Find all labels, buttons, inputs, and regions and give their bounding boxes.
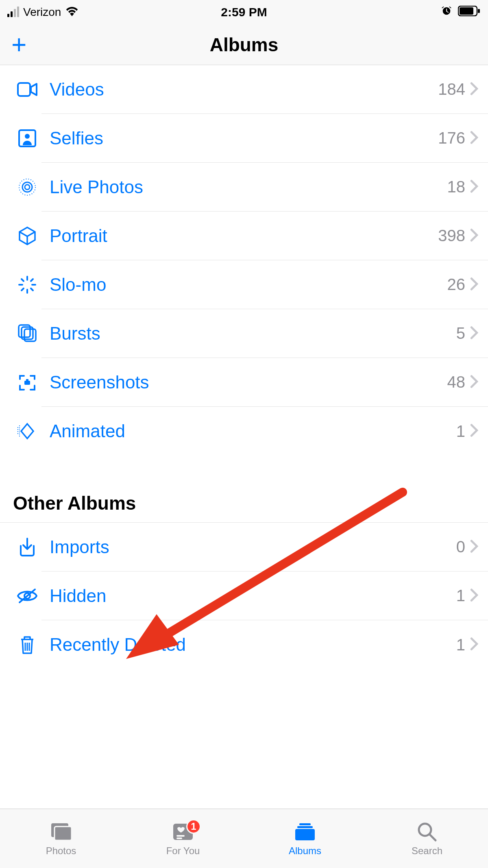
chevron-right-icon — [470, 179, 478, 195]
album-count: 1 — [456, 587, 465, 605]
status-right — [441, 5, 481, 20]
tab-search[interactable]: Search — [366, 821, 488, 857]
album-count: 184 — [438, 80, 465, 98]
svg-rect-34 — [295, 829, 315, 840]
svg-rect-28 — [54, 827, 72, 840]
animated-icon — [13, 421, 41, 441]
svg-rect-20 — [24, 381, 30, 385]
album-label: Animated — [41, 421, 456, 441]
status-bar: Verizon 2:59 PM — [0, 0, 488, 24]
video-icon — [13, 82, 41, 97]
svg-line-16 — [31, 279, 33, 281]
tab-badge: 1 — [186, 819, 201, 834]
album-label: Selfies — [41, 128, 438, 148]
search-tab-icon — [417, 821, 437, 843]
bursts-icon — [13, 324, 41, 343]
album-label: Videos — [41, 79, 438, 100]
wifi-icon — [65, 5, 79, 19]
albums-tab-icon — [293, 821, 317, 843]
portrait-icon — [13, 226, 41, 246]
album-label: Recently Deleted — [41, 635, 456, 655]
album-row-animated[interactable]: Animated 1 — [0, 407, 488, 456]
album-row-portrait[interactable]: Portrait 398 — [0, 212, 488, 260]
page-title: Albums — [210, 34, 279, 56]
album-row-slomo[interactable]: Slo-mo 26 — [0, 260, 488, 309]
album-count: 1 — [456, 422, 465, 441]
album-count: 48 — [447, 373, 466, 391]
album-row-hidden[interactable]: Hidden 1 — [0, 571, 488, 620]
album-label: Portrait — [41, 226, 438, 246]
album-label: Slo-mo — [41, 275, 447, 295]
battery-icon — [458, 5, 481, 19]
album-row-bursts[interactable]: Bursts 5 — [0, 309, 488, 358]
svg-rect-31 — [176, 837, 182, 839]
status-left: Verizon — [7, 5, 79, 19]
hidden-icon — [13, 588, 41, 604]
signal-icon — [7, 7, 19, 17]
selfies-icon — [13, 129, 41, 148]
alarm-icon — [441, 5, 452, 20]
chevron-right-icon — [470, 82, 478, 97]
svg-line-13 — [22, 279, 24, 281]
album-row-videos[interactable]: Videos 184 — [0, 65, 488, 114]
chevron-right-icon — [470, 423, 478, 439]
chevron-right-icon — [470, 375, 478, 390]
chevron-right-icon — [470, 539, 478, 555]
svg-point-6 — [25, 185, 30, 190]
live-icon — [13, 177, 41, 197]
imports-icon — [13, 537, 41, 557]
svg-point-8 — [19, 179, 35, 195]
svg-point-7 — [22, 182, 32, 192]
album-count: 176 — [438, 129, 465, 147]
add-button[interactable]: + — [11, 32, 26, 58]
album-count: 18 — [447, 178, 466, 196]
svg-rect-3 — [18, 83, 30, 96]
tab-label: Albums — [289, 845, 321, 857]
svg-line-15 — [22, 288, 24, 290]
tab-label: Photos — [46, 845, 76, 857]
svg-line-14 — [31, 288, 33, 290]
svg-rect-30 — [176, 835, 185, 837]
svg-rect-2 — [478, 9, 480, 13]
tab-bar: Photos 1 For You Albums Search — [0, 809, 488, 868]
photos-tab-icon — [49, 821, 73, 843]
tab-photos[interactable]: Photos — [0, 821, 122, 857]
svg-rect-32 — [299, 823, 311, 825]
svg-rect-1 — [460, 7, 473, 15]
chevron-right-icon — [470, 277, 478, 292]
screenshots-icon — [13, 373, 41, 392]
tab-for-you[interactable]: 1 For You — [122, 821, 244, 857]
album-row-recently-deleted[interactable]: Recently Deleted 1 — [0, 620, 488, 669]
tab-albums[interactable]: Albums — [244, 821, 366, 857]
tab-label: Search — [412, 845, 442, 857]
album-label: Live Photos — [41, 177, 447, 197]
section-header-other: Other Albums — [0, 492, 488, 523]
carrier-label: Verizon — [23, 6, 61, 19]
album-count: 26 — [447, 275, 466, 294]
album-row-screenshots[interactable]: Screenshots 48 — [0, 358, 488, 407]
chevron-right-icon — [470, 228, 478, 244]
album-count: 0 — [456, 538, 465, 556]
svg-rect-33 — [297, 826, 313, 828]
album-row-selfies[interactable]: Selfies 176 — [0, 114, 488, 163]
tab-label: For You — [166, 845, 200, 857]
album-count: 398 — [438, 227, 465, 245]
content-scroll[interactable]: Videos 184 Selfies 176 Live Photos 18 Po… — [0, 65, 488, 809]
trash-icon — [13, 635, 41, 655]
album-count: 1 — [456, 636, 465, 654]
chevron-right-icon — [470, 326, 478, 341]
chevron-right-icon — [470, 637, 478, 652]
album-label: Imports — [41, 537, 456, 557]
svg-point-5 — [25, 134, 30, 139]
chevron-right-icon — [470, 131, 478, 146]
album-row-live-photos[interactable]: Live Photos 18 — [0, 163, 488, 212]
svg-line-36 — [430, 835, 436, 840]
album-row-imports[interactable]: Imports 0 — [0, 523, 488, 571]
album-label: Hidden — [41, 586, 456, 606]
nav-bar: + Albums — [0, 24, 488, 65]
chevron-right-icon — [470, 588, 478, 604]
album-label: Screenshots — [41, 372, 447, 393]
album-label: Bursts — [41, 323, 456, 344]
slomo-icon — [13, 275, 41, 294]
svg-rect-21 — [26, 379, 28, 381]
